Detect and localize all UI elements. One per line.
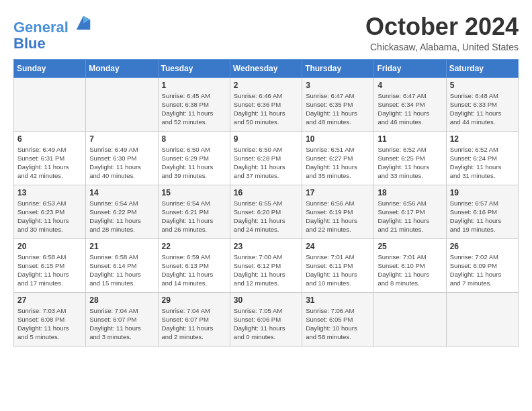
day-number: 4 xyxy=(378,81,442,90)
day-number: 27 xyxy=(17,295,82,305)
calendar-cell: 29Sunrise: 7:04 AM Sunset: 6:07 PM Dayli… xyxy=(158,292,230,346)
day-number: 5 xyxy=(450,81,515,90)
day-info: Sunrise: 6:54 AM Sunset: 6:22 PM Dayligh… xyxy=(89,199,154,234)
calendar-week-row: 13Sunrise: 6:53 AM Sunset: 6:23 PM Dayli… xyxy=(14,185,519,238)
day-number: 2 xyxy=(234,81,298,90)
day-info: Sunrise: 7:04 AM Sunset: 6:07 PM Dayligh… xyxy=(162,306,226,342)
day-info: Sunrise: 6:48 AM Sunset: 6:33 PM Dayligh… xyxy=(450,91,515,127)
calendar-cell xyxy=(14,77,86,131)
day-info: Sunrise: 6:47 AM Sunset: 6:34 PM Dayligh… xyxy=(378,91,442,127)
month-title: October 2024 xyxy=(365,13,519,40)
day-info: Sunrise: 6:52 AM Sunset: 6:24 PM Dayligh… xyxy=(450,145,515,181)
day-info: Sunrise: 6:58 AM Sunset: 6:15 PM Dayligh… xyxy=(17,253,82,288)
weekday-header-friday: Friday xyxy=(374,59,446,77)
weekday-header-tuesday: Tuesday xyxy=(158,59,230,77)
day-number: 23 xyxy=(234,242,298,251)
calendar-cell: 30Sunrise: 7:05 AM Sunset: 6:06 PM Dayli… xyxy=(230,292,302,346)
day-info: Sunrise: 7:03 AM Sunset: 6:08 PM Dayligh… xyxy=(17,306,82,342)
title-block: October 2024 Chickasaw, Alabama, United … xyxy=(365,13,519,52)
calendar-cell: 6Sunrise: 6:49 AM Sunset: 6:31 PM Daylig… xyxy=(14,131,86,185)
calendar-cell xyxy=(446,292,518,346)
weekday-header-sunday: Sunday xyxy=(14,59,86,77)
day-info: Sunrise: 7:01 AM Sunset: 6:10 PM Dayligh… xyxy=(378,253,442,288)
calendar-cell: 7Sunrise: 6:49 AM Sunset: 6:30 PM Daylig… xyxy=(86,131,158,185)
calendar-cell: 1Sunrise: 6:45 AM Sunset: 6:38 PM Daylig… xyxy=(158,77,230,131)
calendar-cell xyxy=(86,77,158,131)
weekday-header-wednesday: Wednesday xyxy=(230,59,302,77)
day-number: 1 xyxy=(162,81,226,90)
calendar-week-row: 1Sunrise: 6:45 AM Sunset: 6:38 PM Daylig… xyxy=(14,77,519,131)
weekday-header-row: SundayMondayTuesdayWednesdayThursdayFrid… xyxy=(14,59,519,77)
day-number: 3 xyxy=(306,81,370,90)
day-info: Sunrise: 7:02 AM Sunset: 6:09 PM Dayligh… xyxy=(450,253,515,288)
day-info: Sunrise: 6:46 AM Sunset: 6:36 PM Dayligh… xyxy=(234,91,298,127)
day-info: Sunrise: 6:51 AM Sunset: 6:27 PM Dayligh… xyxy=(306,145,370,181)
calendar-cell: 25Sunrise: 7:01 AM Sunset: 6:10 PM Dayli… xyxy=(374,238,446,292)
day-number: 30 xyxy=(234,295,298,305)
calendar-cell: 14Sunrise: 6:54 AM Sunset: 6:22 PM Dayli… xyxy=(86,185,158,238)
calendar-cell: 9Sunrise: 6:50 AM Sunset: 6:28 PM Daylig… xyxy=(230,131,302,185)
calendar-cell: 17Sunrise: 6:56 AM Sunset: 6:19 PM Dayli… xyxy=(302,185,374,238)
logo-general: General xyxy=(13,19,69,36)
calendar-cell: 26Sunrise: 7:02 AM Sunset: 6:09 PM Dayli… xyxy=(446,238,518,292)
day-number: 13 xyxy=(17,188,82,197)
day-info: Sunrise: 6:58 AM Sunset: 6:14 PM Dayligh… xyxy=(89,253,154,288)
day-number: 18 xyxy=(378,188,442,197)
day-info: Sunrise: 6:56 AM Sunset: 6:19 PM Dayligh… xyxy=(306,199,370,234)
day-info: Sunrise: 6:50 AM Sunset: 6:28 PM Dayligh… xyxy=(234,145,298,181)
calendar-cell: 19Sunrise: 6:57 AM Sunset: 6:16 PM Dayli… xyxy=(446,185,518,238)
day-info: Sunrise: 6:59 AM Sunset: 6:13 PM Dayligh… xyxy=(162,253,226,288)
day-number: 6 xyxy=(17,134,82,144)
page-header: General Blue October 2024 Chickasaw, Ala… xyxy=(13,13,519,52)
location: Chickasaw, Alabama, United States xyxy=(365,42,519,52)
day-info: Sunrise: 6:57 AM Sunset: 6:16 PM Dayligh… xyxy=(450,199,515,234)
day-info: Sunrise: 6:52 AM Sunset: 6:25 PM Dayligh… xyxy=(378,145,442,181)
calendar-cell: 28Sunrise: 7:04 AM Sunset: 6:07 PM Dayli… xyxy=(86,292,158,346)
calendar-cell: 23Sunrise: 7:00 AM Sunset: 6:12 PM Dayli… xyxy=(230,238,302,292)
day-number: 26 xyxy=(450,242,515,251)
calendar-cell: 21Sunrise: 6:58 AM Sunset: 6:14 PM Dayli… xyxy=(86,238,158,292)
logo-blue: Blue xyxy=(13,36,93,52)
calendar-cell: 20Sunrise: 6:58 AM Sunset: 6:15 PM Dayli… xyxy=(14,238,86,292)
calendar-cell: 10Sunrise: 6:51 AM Sunset: 6:27 PM Dayli… xyxy=(302,131,374,185)
day-info: Sunrise: 6:45 AM Sunset: 6:38 PM Dayligh… xyxy=(162,91,226,127)
calendar-cell: 8Sunrise: 6:50 AM Sunset: 6:29 PM Daylig… xyxy=(158,131,230,185)
day-info: Sunrise: 6:49 AM Sunset: 6:31 PM Dayligh… xyxy=(17,145,82,181)
day-number: 28 xyxy=(89,295,154,305)
day-number: 25 xyxy=(378,242,442,251)
day-number: 15 xyxy=(162,188,226,197)
weekday-header-saturday: Saturday xyxy=(446,59,518,77)
weekday-header-thursday: Thursday xyxy=(302,59,374,77)
day-number: 22 xyxy=(162,242,226,251)
calendar-cell: 16Sunrise: 6:55 AM Sunset: 6:20 PM Dayli… xyxy=(230,185,302,238)
calendar-cell: 31Sunrise: 7:06 AM Sunset: 6:05 PM Dayli… xyxy=(302,292,374,346)
day-number: 24 xyxy=(306,242,370,251)
calendar-cell: 22Sunrise: 6:59 AM Sunset: 6:13 PM Dayli… xyxy=(158,238,230,292)
calendar-cell: 13Sunrise: 6:53 AM Sunset: 6:23 PM Dayli… xyxy=(14,185,86,238)
calendar-cell: 2Sunrise: 6:46 AM Sunset: 6:36 PM Daylig… xyxy=(230,77,302,131)
day-info: Sunrise: 6:50 AM Sunset: 6:29 PM Dayligh… xyxy=(162,145,226,181)
calendar-cell xyxy=(374,292,446,346)
day-info: Sunrise: 7:06 AM Sunset: 6:05 PM Dayligh… xyxy=(306,306,370,342)
day-number: 9 xyxy=(234,134,298,144)
weekday-header-monday: Monday xyxy=(86,59,158,77)
day-number: 29 xyxy=(162,295,226,305)
calendar-cell: 3Sunrise: 6:47 AM Sunset: 6:35 PM Daylig… xyxy=(302,77,374,131)
calendar-cell: 4Sunrise: 6:47 AM Sunset: 6:34 PM Daylig… xyxy=(374,77,446,131)
day-number: 8 xyxy=(162,134,226,144)
day-number: 21 xyxy=(89,242,154,251)
day-info: Sunrise: 7:05 AM Sunset: 6:06 PM Dayligh… xyxy=(234,306,298,342)
day-number: 20 xyxy=(17,242,82,251)
calendar-table: SundayMondayTuesdayWednesdayThursdayFrid… xyxy=(13,59,519,347)
day-number: 12 xyxy=(450,134,515,144)
calendar-cell: 24Sunrise: 7:01 AM Sunset: 6:11 PM Dayli… xyxy=(302,238,374,292)
calendar-week-row: 20Sunrise: 6:58 AM Sunset: 6:15 PM Dayli… xyxy=(14,238,519,292)
calendar-cell: 18Sunrise: 6:56 AM Sunset: 6:17 PM Dayli… xyxy=(374,185,446,238)
day-info: Sunrise: 6:55 AM Sunset: 6:20 PM Dayligh… xyxy=(234,199,298,234)
day-number: 19 xyxy=(450,188,515,197)
day-number: 11 xyxy=(378,134,442,144)
calendar-cell: 5Sunrise: 6:48 AM Sunset: 6:33 PM Daylig… xyxy=(446,77,518,131)
day-number: 31 xyxy=(306,295,370,305)
logo-text: General xyxy=(13,13,93,36)
day-number: 14 xyxy=(89,188,154,197)
